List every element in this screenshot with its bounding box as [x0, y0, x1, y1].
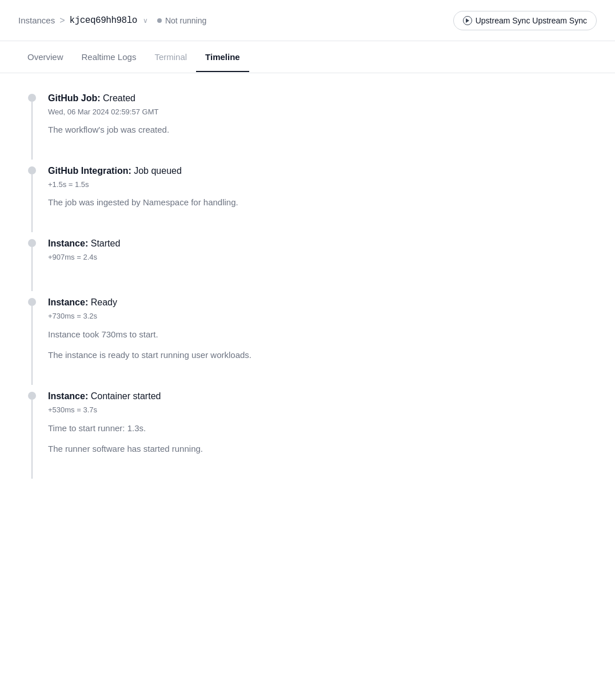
timeline-left-2 [27, 164, 37, 232]
upstream-sync-label: Upstream Sync Upstream Sync [476, 16, 587, 25]
timeline-title-rest-4: Ready [91, 297, 117, 307]
timeline-title-rest-5: Container started [91, 391, 161, 401]
timeline-description-2: The job was ingested by Namespace for ha… [48, 196, 588, 209]
timeline-title-5: Instance: Container started [48, 389, 588, 403]
tab-terminal: Terminal [145, 43, 196, 72]
timeline-title-bold-4: Instance: [48, 297, 88, 307]
timeline-body-2: GitHub Integration: Job queued +1.5s = 1… [48, 164, 588, 232]
timeline-dot-1 [28, 94, 36, 102]
timeline-title-1: GitHub Job: Created [48, 92, 588, 105]
timeline-item-instance-started: Instance: Started +907ms = 2.4s [27, 237, 588, 291]
timeline-title-2: GitHub Integration: Job queued [48, 164, 588, 178]
timeline-body-1: GitHub Job: Created Wed, 06 Mar 2024 02:… [48, 92, 588, 160]
timeline-dot-3 [28, 239, 36, 247]
tab-overview[interactable]: Overview [18, 43, 73, 72]
timeline-dot-5 [28, 392, 36, 400]
timeline-line-3 [31, 247, 33, 291]
timeline-line-2 [31, 174, 33, 232]
timeline-item-github-job-created: GitHub Job: Created Wed, 06 Mar 2024 02:… [27, 92, 588, 160]
timeline-dot-4 [28, 298, 36, 306]
play-triangle-icon [466, 18, 469, 23]
timeline-body-5: Instance: Container started +530ms = 3.7… [48, 389, 588, 479]
timeline-body-4: Instance: Ready +730ms = 3.2s Instance t… [48, 296, 588, 385]
timeline-title-rest-3: Started [91, 238, 121, 248]
tabs-bar: Overview Realtime Logs Terminal Timeline [0, 41, 615, 73]
timeline-title-rest-2: Job queued [134, 166, 182, 176]
timeline-title-bold-5: Instance: [48, 391, 88, 401]
status-badge: Not running [157, 16, 206, 25]
timeline-left-1 [27, 92, 37, 160]
timeline-offset-3: +907ms = 2.4s [48, 253, 588, 261]
timeline-content: GitHub Job: Created Wed, 06 Mar 2024 02:… [0, 73, 615, 502]
timeline-title-rest-1: Created [103, 93, 135, 103]
header: Instances > kjceq69hh98lo ∨ Not running … [0, 0, 615, 41]
timeline-line-5 [31, 400, 33, 479]
tab-realtime-logs[interactable]: Realtime Logs [73, 43, 146, 72]
upstream-sync-button[interactable]: Upstream Sync Upstream Sync [453, 11, 597, 30]
timeline-line-1 [31, 102, 33, 160]
timeline-title-3: Instance: Started [48, 237, 588, 250]
timeline-title-bold-3: Instance: [48, 238, 88, 248]
timeline-dot-2 [28, 166, 36, 174]
timeline-title-4: Instance: Ready [48, 296, 588, 309]
timeline-left-5 [27, 389, 37, 479]
timeline-left-3 [27, 237, 37, 291]
timeline-description-ready-1: Instance took 730ms to start. [48, 327, 588, 342]
timeline-description-ready-2: The instance is ready to start running u… [48, 348, 588, 363]
breadcrumb-instance-id: kjceq69hh98lo [70, 15, 137, 26]
breadcrumb-separator: > [59, 15, 65, 26]
timeline-timestamp-1: Wed, 06 Mar 2024 02:59:57 GMT [48, 108, 588, 116]
timeline-left-4 [27, 296, 37, 385]
timeline-item-instance-container-started: Instance: Container started +530ms = 3.7… [27, 389, 588, 479]
timeline-body-3: Instance: Started +907ms = 2.4s [48, 237, 588, 291]
timeline-description-container-2: The runner software has started running. [48, 442, 588, 456]
timeline: GitHub Job: Created Wed, 06 Mar 2024 02:… [27, 92, 588, 479]
breadcrumb-instances-link[interactable]: Instances [18, 15, 55, 25]
timeline-item-github-integration-queued: GitHub Integration: Job queued +1.5s = 1… [27, 164, 588, 232]
timeline-offset-4: +730ms = 3.2s [48, 312, 588, 320]
timeline-description-container-1: Time to start runner: 1.3s. [48, 421, 588, 436]
timeline-title-bold-1: GitHub Job: [48, 93, 101, 103]
status-label: Not running [165, 16, 206, 25]
tab-timeline[interactable]: Timeline [196, 43, 249, 72]
timeline-offset-5: +530ms = 3.7s [48, 405, 588, 414]
timeline-item-instance-ready: Instance: Ready +730ms = 3.2s Instance t… [27, 296, 588, 385]
chevron-down-icon[interactable]: ∨ [143, 17, 148, 25]
status-dot-icon [157, 18, 162, 23]
timeline-description-1: The workflow's job was created. [48, 123, 588, 137]
timeline-offset-2: +1.5s = 1.5s [48, 180, 588, 189]
breadcrumb: Instances > kjceq69hh98lo ∨ [18, 15, 148, 26]
timeline-line-4 [31, 306, 33, 385]
timeline-title-bold-2: GitHub Integration: [48, 166, 131, 176]
play-icon [463, 16, 472, 25]
